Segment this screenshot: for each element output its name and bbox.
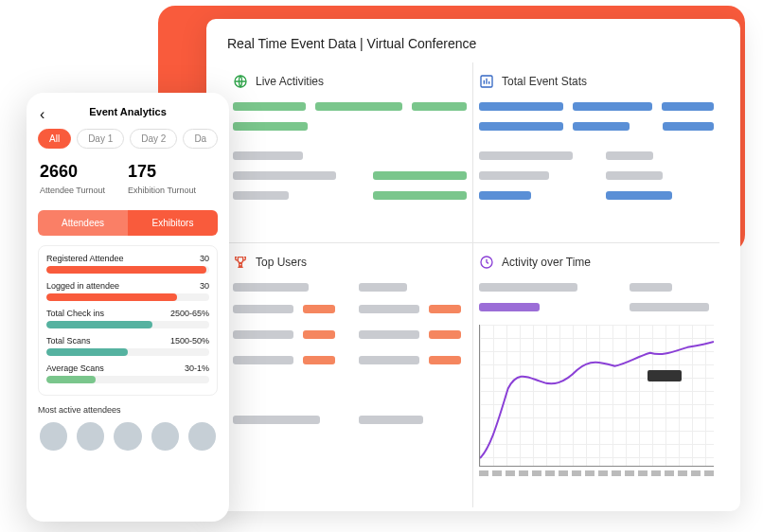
avatar-row xyxy=(38,422,218,451)
mobile-title: Event Analytics xyxy=(89,106,167,117)
avatar[interactable] xyxy=(114,422,141,451)
stat-value: 175 xyxy=(128,162,196,182)
metrics-list: Registered Attendee30 Logged in attendee… xyxy=(38,245,218,396)
filter-day1[interactable]: Day 1 xyxy=(77,129,124,149)
stat-attendee: 2660 Attendee Turnout xyxy=(40,162,105,195)
bar-chart-icon xyxy=(479,74,494,89)
metric-label: Logged in attendee xyxy=(46,281,119,291)
metric-value: 2500-65% xyxy=(170,309,209,318)
metric-value: 30-1% xyxy=(185,364,209,373)
filter-day3[interactable]: Da xyxy=(183,129,218,149)
panel-stats: Total Event Stats xyxy=(473,62,719,243)
chart-x-axis xyxy=(479,470,714,476)
filter-all[interactable]: All xyxy=(38,129,71,149)
mobile-card: ‹ Event Analytics All Day 1 Day 2 Da 266… xyxy=(27,93,229,522)
trophy-icon xyxy=(233,255,248,270)
panel-title: Total Event Stats xyxy=(502,75,587,88)
stat-label: Exhibition Turnout xyxy=(128,186,196,195)
panel-title: Top Users xyxy=(256,256,307,269)
metric-checkins: Total Check ins2500-65% xyxy=(46,309,209,328)
segment-exhibitors[interactable]: Exhibitors xyxy=(128,210,218,236)
back-icon[interactable]: ‹ xyxy=(40,106,44,123)
filter-day2[interactable]: Day 2 xyxy=(130,129,177,149)
metric-label: Total Check ins xyxy=(46,309,104,318)
metric-scans: Total Scans1500-50% xyxy=(46,336,209,356)
day-filter-row: All Day 1 Day 2 Da xyxy=(38,129,218,149)
dashboard-card: Real Time Event Data | Virtual Conferenc… xyxy=(206,19,740,511)
metric-avgscans: Average Scans30-1% xyxy=(46,364,209,383)
dashboard-title: Real Time Event Data | Virtual Conferenc… xyxy=(227,36,719,51)
metric-value: 1500-50% xyxy=(170,336,209,346)
most-active-label: Most active attendees xyxy=(38,405,218,415)
stat-exhibition: 175 Exhibition Turnout xyxy=(128,162,196,195)
metric-value: 30 xyxy=(200,281,209,291)
panel-activity: Activity over Time xyxy=(473,243,719,507)
stat-label: Attendee Turnout xyxy=(40,186,105,195)
clock-icon xyxy=(479,255,494,270)
avatar[interactable] xyxy=(151,422,179,451)
panel-title: Activity over Time xyxy=(502,256,591,269)
avatar[interactable] xyxy=(40,422,67,451)
panel-top-users: Top Users xyxy=(227,243,473,507)
segment-attendees[interactable]: Attendees xyxy=(38,210,128,236)
globe-icon xyxy=(233,74,248,89)
metric-label: Total Scans xyxy=(46,336,91,346)
stat-value: 2660 xyxy=(40,162,105,182)
activity-chart xyxy=(479,325,714,467)
metric-registered: Registered Attendee30 xyxy=(46,254,209,274)
panel-live: Live Activities xyxy=(227,62,473,243)
panel-title: Live Activities xyxy=(256,75,324,88)
avatar[interactable] xyxy=(77,422,104,451)
segment-control: Attendees Exhibitors xyxy=(38,210,218,236)
metric-label: Average Scans xyxy=(46,364,104,373)
metric-loggedin: Logged in attendee30 xyxy=(46,281,209,301)
metric-value: 30 xyxy=(200,254,209,263)
metric-label: Registered Attendee xyxy=(46,254,124,263)
avatar[interactable] xyxy=(188,422,216,451)
